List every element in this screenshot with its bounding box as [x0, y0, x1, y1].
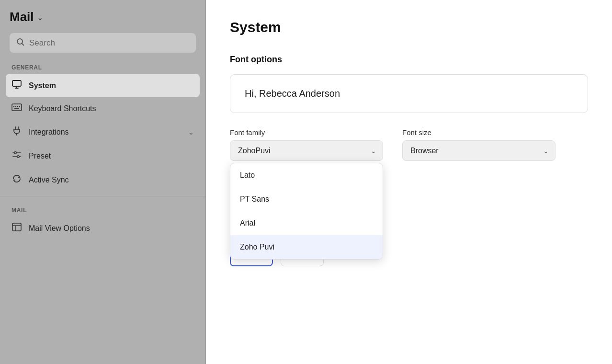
svg-line-1: [22, 44, 24, 46]
font-family-label: Font family: [230, 128, 383, 136]
dropdown-item-pt-sans[interactable]: PT Sans: [230, 187, 383, 211]
dropdown-item-arial[interactable]: Arial: [230, 211, 383, 235]
sidebar-content: GENERAL System: [0, 53, 205, 364]
sidebar-item-system[interactable]: System: [6, 74, 200, 97]
app-title-row: Mail ⌄: [10, 10, 196, 24]
sidebar-item-active-sync[interactable]: Active Sync: [0, 168, 205, 192]
svg-rect-2: [12, 80, 21, 86]
search-icon: [16, 38, 24, 48]
keyboard-icon: [11, 103, 22, 114]
search-box[interactable]: Search: [10, 33, 196, 53]
sidebar-item-integrations-label: Integrations: [29, 128, 181, 136]
font-family-select[interactable]: Lato PT Sans Arial ZohoPuvi: [230, 140, 383, 161]
general-section-label: GENERAL: [0, 57, 205, 74]
mail-section-label: MAIL: [0, 200, 205, 216]
preview-text: Hi, Rebecca Anderson: [245, 88, 340, 99]
font-family-group: Font family Lato PT Sans Arial ZohoPuvi …: [230, 128, 383, 161]
svg-rect-17: [12, 223, 21, 231]
sidebar-item-mail-view-options-label: Mail View Options: [29, 224, 194, 233]
svg-rect-10: [19, 106, 20, 107]
sidebar-item-mail-view-options[interactable]: Mail View Options: [0, 216, 205, 240]
main-content: System Font options Hi, Rebecca Anderson…: [206, 0, 612, 364]
svg-rect-9: [17, 106, 18, 107]
monitor-icon: [11, 80, 22, 91]
font-options-title: Font options: [230, 55, 588, 65]
sliders-icon: [11, 150, 22, 161]
svg-rect-7: [13, 106, 14, 107]
font-size-group: Font size Browser Small Medium Large ⌄: [402, 128, 555, 161]
sidebar-item-preset[interactable]: Preset: [0, 144, 205, 168]
font-size-select[interactable]: Browser Small Medium Large: [402, 140, 555, 161]
sidebar-item-active-sync-label: Active Sync: [29, 176, 194, 184]
sidebar-divider: [0, 196, 205, 196]
sidebar: Mail ⌄ Search GENERAL Syst: [0, 0, 206, 364]
font-size-select-wrapper: Browser Small Medium Large ⌄: [402, 140, 555, 161]
app-title: Mail: [10, 10, 34, 24]
table-icon: [11, 223, 22, 234]
dropdown-item-lato[interactable]: Lato: [230, 163, 383, 187]
plug-icon: [11, 126, 22, 138]
page-title: System: [230, 19, 588, 35]
search-placeholder-text: Search: [29, 38, 55, 48]
svg-point-16: [17, 156, 19, 158]
sidebar-header: Mail ⌄ Search: [0, 0, 205, 53]
sidebar-item-preset-label: Preset: [29, 152, 194, 160]
svg-rect-11: [14, 108, 19, 109]
font-options-row: Font family Lato PT Sans Arial ZohoPuvi …: [230, 128, 588, 161]
refresh-icon: [11, 174, 22, 186]
font-family-dropdown: Lato PT Sans Arial Zoho Puvi: [230, 163, 383, 260]
font-size-label: Font size: [402, 128, 555, 136]
chevron-down-icon[interactable]: ⌄: [37, 13, 43, 22]
integrations-chevron-icon: ⌄: [188, 128, 194, 136]
sidebar-item-integrations[interactable]: Integrations ⌄: [0, 120, 205, 144]
svg-point-15: [14, 152, 16, 154]
font-preview-box: Hi, Rebecca Anderson: [230, 74, 588, 113]
dropdown-item-zoho-puvi[interactable]: Zoho Puvi: [230, 235, 383, 259]
sidebar-item-system-label: System: [29, 81, 194, 90]
sidebar-item-keyboard-shortcuts[interactable]: Keyboard Shortcuts: [0, 97, 205, 120]
sidebar-item-keyboard-shortcuts-label: Keyboard Shortcuts: [29, 104, 194, 113]
font-family-select-wrapper: Lato PT Sans Arial ZohoPuvi ⌄ Lato PT Sa…: [230, 140, 383, 161]
svg-rect-5: [12, 104, 22, 111]
svg-rect-8: [15, 106, 16, 107]
